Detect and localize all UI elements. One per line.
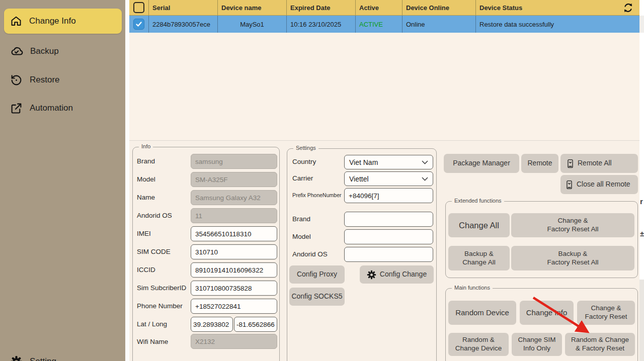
device-row[interactable]: 2284b78930057ece MaySo1 10:16 23/10/2025… — [129, 16, 639, 33]
clipped-text-fragment: ± — [640, 229, 644, 238]
refresh-icon[interactable] — [622, 2, 634, 14]
latitude-field[interactable] — [191, 317, 233, 332]
settings-android-os-field[interactable] — [344, 247, 433, 262]
remote-all-label: Remote All — [578, 159, 612, 168]
background-window-sliver: r ± — [639, 0, 644, 361]
random-change-device-button[interactable]: Random & Change Device — [448, 333, 509, 356]
config-change-button[interactable]: Config Change — [360, 265, 434, 284]
carrier-dropdown[interactable]: Viettel — [344, 171, 433, 186]
external-link-icon — [10, 102, 23, 115]
remote-button[interactable]: Remote — [521, 154, 558, 173]
sidebar-item-setting[interactable]: Setting — [4, 351, 122, 361]
name-field[interactable] — [191, 190, 277, 205]
cloud-backup-icon — [10, 45, 23, 58]
button-label-line: Change Device — [455, 344, 502, 353]
config-proxy-button[interactable]: Config Proxy — [289, 265, 345, 284]
random-change-factory-reset-button[interactable]: Random & Change & Factory Reset — [565, 333, 635, 356]
column-header-serial[interactable]: Serial — [148, 0, 217, 15]
package-manager-button[interactable]: Package Manager — [444, 154, 519, 173]
device-table: Serial Device name Expired Date Active D… — [129, 0, 639, 141]
backup-change-all-button[interactable]: Backup & Change All — [448, 246, 510, 270]
wifi-name-label: Wifi Name — [137, 338, 168, 345]
change-all-button[interactable]: Change All — [448, 213, 510, 237]
main-functions-panel: Main functions Random Device Change Info… — [445, 288, 638, 361]
button-label-line: Change & — [557, 217, 588, 225]
iccid-field[interactable] — [191, 262, 277, 278]
edge-shade — [639, 16, 644, 33]
select-all-cell — [129, 0, 148, 15]
settings-panel-title: Settings — [293, 145, 318, 151]
phone-remote-icon — [567, 159, 574, 168]
brand-label: Brand — [137, 157, 155, 165]
sidebar-item-backup[interactable]: Backup — [4, 41, 122, 61]
row-checkbox-checked[interactable] — [133, 19, 144, 30]
check-icon — [135, 21, 142, 28]
carrier-value: Viettel — [349, 175, 369, 183]
select-all-checkbox[interactable] — [133, 2, 144, 13]
longitude-field[interactable] — [234, 317, 277, 332]
chevron-down-icon — [422, 160, 428, 164]
cell-device-name: MaySo1 — [217, 16, 286, 33]
sim-subscriber-id-field[interactable] — [191, 281, 277, 296]
change-factory-reset-button[interactable]: Change & Factory Reset — [577, 301, 635, 325]
button-label-line: Change SIM — [518, 336, 555, 344]
wifi-name-field[interactable] — [191, 334, 277, 349]
cell-device-online: Online — [402, 16, 475, 33]
remote-all-button[interactable]: Remote All — [560, 154, 638, 173]
sidebar-item-restore[interactable]: Restore — [4, 70, 122, 90]
gear-icon — [10, 355, 23, 361]
country-label: Country — [292, 158, 316, 165]
model-label: Model — [137, 175, 155, 183]
settings-model-label: Model — [292, 233, 311, 240]
country-dropdown[interactable]: Viet Nam — [344, 155, 433, 169]
sim-code-field[interactable] — [191, 244, 277, 259]
config-socks5-button[interactable]: Config SOCKS5 — [289, 288, 345, 306]
column-header-expired-date[interactable]: Expired Date — [286, 0, 355, 15]
info-panel: Info Brand Model Name Andorid OS IMEI SI… — [132, 147, 280, 361]
settings-model-field[interactable] — [344, 229, 433, 244]
iccid-label: ICCID — [137, 266, 155, 274]
sidebar-item-automation[interactable]: Automation — [4, 98, 122, 118]
button-label-line: Random & Change — [571, 336, 629, 344]
sidebar-item-label: Automation — [30, 103, 73, 113]
settings-brand-field[interactable] — [344, 212, 433, 227]
sidebar-item-label: Backup — [30, 46, 59, 56]
settings-panel: Settings Country Viet Nam Carrier Viette… — [287, 148, 437, 361]
column-header-device-online[interactable]: Device Online — [402, 0, 475, 15]
change-sim-info-only-button[interactable]: Change SIM Info Only — [512, 333, 562, 356]
random-device-button[interactable]: Random Device — [448, 301, 516, 325]
prefix-phone-field[interactable] — [344, 188, 433, 203]
button-label-line: Backup & — [464, 250, 494, 258]
phone-number-field[interactable] — [191, 299, 277, 314]
column-header-device-status[interactable]: Device Status — [475, 0, 639, 15]
table-header-row: Serial Device name Expired Date Active D… — [129, 0, 639, 16]
imei-field[interactable] — [191, 226, 277, 241]
restore-icon — [10, 74, 23, 86]
backup-factory-reset-all-button[interactable]: Backup & Factory Reset All — [511, 246, 634, 270]
window-divider — [125, 0, 129, 361]
column-header-device-name[interactable]: Device name — [217, 0, 286, 15]
sidebar-item-label: Restore — [30, 75, 60, 85]
cell-active-status: ACTIVE — [355, 16, 402, 33]
sidebar-item-change-info[interactable]: Change Info — [4, 9, 122, 34]
column-header-active[interactable]: Active — [355, 0, 402, 15]
button-label-line: Factory Reset — [585, 313, 627, 321]
button-label-line: Change & — [591, 304, 621, 313]
sidebar-item-label: Setting — [30, 356, 56, 361]
sim-subscriber-id-label: Sim SubcriberID — [137, 284, 186, 292]
imei-label: IMEI — [137, 230, 151, 237]
prefix-phone-label: Prefix PhoneNumber — [292, 192, 341, 198]
close-all-remote-button[interactable]: Close all Remote — [560, 175, 638, 194]
lat-long-label: Lat / Long — [137, 320, 167, 328]
sidebar-item-label: Change Info — [29, 16, 76, 26]
model-field[interactable] — [191, 172, 277, 187]
change-info-button[interactable]: Change Info — [520, 301, 574, 325]
android-os-field[interactable] — [191, 208, 277, 223]
clipped-text-fragment: r — [640, 197, 643, 206]
settings-android-os-label: Andorid OS — [292, 250, 328, 258]
carrier-label: Carrier — [292, 174, 313, 182]
brand-field[interactable] — [191, 154, 277, 169]
change-factory-reset-all-button[interactable]: Change & Factory Reset All — [511, 213, 634, 237]
row-select-cell — [129, 16, 148, 33]
button-label-line: Info Only — [523, 344, 550, 353]
